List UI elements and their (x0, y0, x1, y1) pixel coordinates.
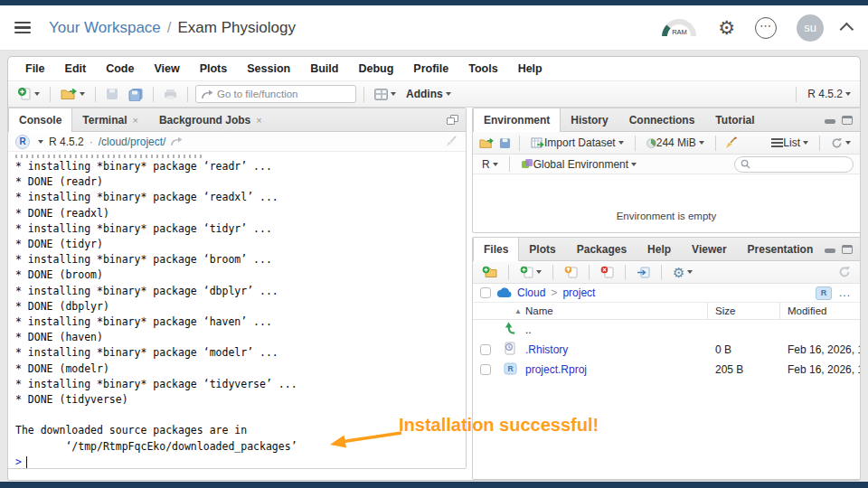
files-tab-files[interactable]: Files (473, 238, 519, 261)
console-prompt-line[interactable]: > (15, 455, 466, 468)
more-files-button[interactable]: ⚙ (670, 264, 695, 281)
file-row[interactable]: .. (473, 320, 860, 340)
file-checkbox[interactable] (480, 344, 491, 355)
close-tab-icon[interactable]: × (132, 115, 137, 126)
memory-usage-button[interactable]: 244 MiB (644, 135, 707, 151)
goto-file-box[interactable] (195, 85, 356, 103)
file-row[interactable]: .Rhistory0 BFeb 16, 2026, 1 (473, 340, 860, 360)
menu-item-build[interactable]: Build (300, 62, 348, 75)
working-directory[interactable]: /cloud/project/ (99, 136, 166, 148)
new-file-button[interactable] (517, 264, 544, 280)
console-tab-console[interactable]: Console (8, 108, 72, 132)
breadcrumb-separator: > (551, 286, 557, 299)
console-tab-background-jobs[interactable]: Background Jobs× (149, 108, 273, 131)
delete-file-button[interactable] (598, 264, 617, 280)
breadcrumb-root-link[interactable]: Cloud (517, 286, 545, 299)
list-view-button[interactable]: List (769, 135, 811, 151)
r-session-caret[interactable] (38, 140, 43, 144)
menu-item-debug[interactable]: Debug (348, 62, 403, 75)
maximize-pane-icon[interactable] (842, 245, 853, 254)
ram-gauge[interactable]: RAM (660, 18, 698, 38)
files-tab-viewer[interactable]: Viewer (682, 238, 737, 260)
menu-item-plots[interactable]: Plots (190, 62, 238, 75)
list-view-icon (771, 138, 783, 146)
clear-environment-icon[interactable] (724, 136, 738, 149)
settings-gear-icon[interactable]: ⚙ (718, 18, 735, 37)
new-file-button[interactable] (14, 85, 42, 103)
rproj-file-icon: R (504, 362, 517, 378)
open-file-button[interactable] (58, 86, 88, 102)
r-version-selector[interactable]: R 4.5.2 (805, 86, 854, 102)
file-name-link[interactable]: project.Rproj (525, 363, 587, 376)
import-dataset-button[interactable]: Import Dataset (528, 135, 627, 151)
column-header-name[interactable]: Name (522, 303, 708, 319)
workspace-link[interactable]: Your Workspace (49, 19, 161, 37)
avatar[interactable]: su (797, 14, 824, 42)
console-line: * installing *binary* package ‘modelr’ .… (15, 345, 466, 361)
console-tab-terminal[interactable]: Terminal× (72, 108, 149, 131)
copy-file-button[interactable] (634, 264, 653, 280)
minimize-pane-icon[interactable] (825, 119, 835, 124)
menu-item-code[interactable]: Code (96, 62, 144, 75)
file-name-link[interactable]: .. (525, 324, 532, 336)
minimize-pane-icon[interactable] (825, 249, 835, 253)
menu-item-file[interactable]: File (15, 62, 55, 75)
environment-tab-tutorial[interactable]: Tutorial (705, 108, 765, 131)
goto-directory-icon[interactable] (171, 136, 183, 146)
menu-item-edit[interactable]: Edit (55, 62, 97, 75)
print-button[interactable] (161, 87, 180, 102)
console-pane: ConsoleTerminal×Background Jobs× R R 4.5… (7, 108, 467, 469)
menu-item-help[interactable]: Help (508, 62, 552, 75)
console-subbar: R R 4.5.2 · /cloud/project/ (8, 132, 466, 152)
cloud-icon (496, 287, 512, 298)
addins-button[interactable]: Addins (403, 86, 454, 102)
clear-console-icon[interactable] (445, 136, 458, 147)
subbar-dot: · (90, 136, 93, 148)
environment-scope-label: Global Environment (533, 158, 628, 171)
chevron-up-icon[interactable] (840, 23, 854, 37)
menu-item-profile[interactable]: Profile (403, 62, 458, 75)
select-all-checkbox[interactable] (480, 287, 491, 298)
column-header-modified[interactable]: Modified (780, 303, 860, 319)
upload-button[interactable] (561, 264, 580, 280)
more-gear-icon: ⚙ (673, 266, 684, 279)
files-tab-help[interactable]: Help (637, 238, 682, 260)
pane-layout-button[interactable] (372, 87, 399, 102)
environment-search-box[interactable] (734, 156, 854, 173)
open-folder-icon (61, 88, 77, 100)
file-name-link[interactable]: .Rhistory (525, 343, 568, 356)
environment-tab-history[interactable]: History (561, 108, 618, 131)
maximize-pane-icon[interactable] (447, 115, 458, 125)
file-row[interactable]: Rproject.Rproj205 BFeb 16, 2026, 1 (473, 360, 860, 380)
new-folder-button[interactable] (479, 264, 500, 280)
import-dataset-icon (531, 137, 544, 148)
environment-empty-message: Environment is empty (473, 174, 860, 232)
save-all-button[interactable] (126, 86, 146, 103)
hamburger-menu-icon[interactable] (14, 22, 31, 34)
refresh-files-button[interactable] (835, 264, 854, 280)
save-workspace-icon[interactable] (499, 137, 511, 149)
menu-item-view[interactable]: View (144, 62, 189, 75)
environment-tab-environment[interactable]: Environment (473, 108, 561, 132)
save-button[interactable] (103, 86, 121, 102)
environment-scope-selector[interactable]: Global Environment (518, 156, 639, 173)
refresh-environment-button[interactable] (828, 136, 854, 151)
files-tab-plots[interactable]: Plots (519, 238, 566, 260)
column-header-size[interactable]: Size (708, 303, 780, 319)
files-tab-packages[interactable]: Packages (567, 238, 637, 260)
environment-tab-connections[interactable]: Connections (619, 108, 706, 131)
maximize-pane-icon[interactable] (842, 116, 853, 125)
close-tab-icon[interactable]: × (256, 115, 261, 126)
rproject-badge[interactable]: R (816, 286, 832, 300)
sort-asc-icon[interactable]: ▲ (498, 307, 522, 315)
goto-file-input[interactable] (217, 89, 344, 99)
file-checkbox[interactable] (480, 364, 491, 375)
menu-item-tools[interactable]: Tools (458, 62, 507, 75)
more-options-icon[interactable]: ⋯ (755, 17, 777, 39)
language-selector[interactable]: R (479, 156, 501, 173)
breadcrumb-current-link[interactable]: project (562, 286, 595, 299)
menu-item-session[interactable]: Session (237, 62, 300, 75)
breadcrumb-overflow-button[interactable]: ... (837, 286, 853, 299)
load-workspace-icon[interactable] (479, 137, 494, 149)
files-tab-presentation[interactable]: Presentation (738, 238, 825, 260)
